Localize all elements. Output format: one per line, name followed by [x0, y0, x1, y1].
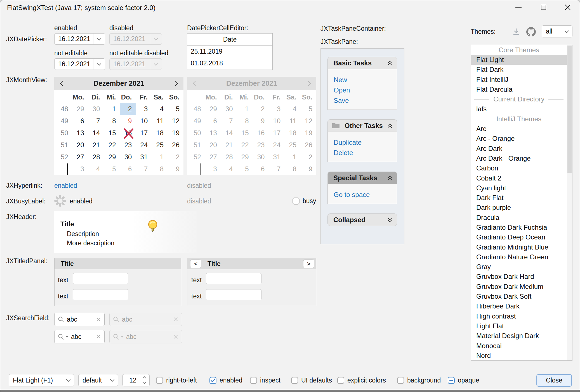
day-cell[interactable]: 29 — [104, 151, 120, 163]
checkbox-row-opaque[interactable]: opaque — [448, 377, 479, 384]
theme-item-arc-dark[interactable]: Arc Dark — [471, 144, 567, 153]
checkbox-row-inspect[interactable]: inspect — [250, 377, 280, 384]
searchfield[interactable]: abc — [54, 313, 105, 326]
theme-item-light-flat[interactable]: Light Flat — [471, 321, 567, 331]
checkbox-unchecked[interactable] — [250, 377, 257, 384]
day-cell[interactable]: 15 — [104, 127, 120, 139]
github-icon[interactable] — [526, 27, 536, 37]
day-cell[interactable]: 2 — [120, 103, 136, 115]
checkbox-unchecked[interactable] — [291, 377, 298, 384]
day-cell[interactable]: 14 — [88, 127, 104, 139]
theme-item-material-design-dark[interactable]: Material Design Dark — [471, 331, 567, 341]
day-cell[interactable]: 30 — [120, 151, 136, 163]
datepicker-enabled-dropdown-button[interactable] — [93, 34, 105, 44]
taskpane-action-delete[interactable]: Delete — [334, 148, 397, 158]
day-cell[interactable]: 3 — [72, 163, 88, 175]
theme-item-gradianto-deep-ocean[interactable]: Gradianto Deep Ocean — [471, 232, 567, 242]
theme-item-arc[interactable]: Arc — [471, 124, 567, 134]
day-cell[interactable]: 7 — [136, 163, 152, 175]
datepicker-enabled[interactable]: 16.12.2021 — [54, 33, 105, 45]
maximize-button[interactable] — [534, 0, 552, 14]
day-cell[interactable]: 9 — [120, 115, 136, 127]
day-cell[interactable]: 8 — [152, 163, 168, 175]
day-cell[interactable]: 11 — [152, 115, 168, 127]
checkbox-unchecked[interactable] — [397, 377, 404, 384]
day-cell[interactable]: 4 — [152, 103, 168, 115]
day-cell[interactable]: 18 — [152, 127, 168, 139]
day-cell[interactable]: 22 — [104, 139, 120, 151]
theme-item-flat-light[interactable]: Flat Light — [471, 55, 567, 65]
day-cell[interactable]: 24 — [136, 139, 152, 151]
day-cell[interactable]: 9 — [168, 163, 183, 175]
font-size-spinner[interactable]: 12 — [122, 374, 150, 386]
titledpanel-right-field2-input[interactable] — [206, 289, 261, 300]
day-cell[interactable]: 29 — [72, 103, 88, 115]
day-cell[interactable]: 21 — [88, 139, 104, 151]
checkbox-row-background[interactable]: background — [397, 377, 441, 384]
theme-item-arc-dark-orange[interactable]: Arc Dark - Orange — [471, 153, 567, 163]
cell-editor-column-header[interactable]: Date — [187, 34, 272, 46]
theme-item-high-contrast[interactable]: High contrast — [471, 311, 567, 321]
day-cell[interactable]: 25 — [152, 139, 168, 151]
checkbox-row-explicit-colors[interactable]: explicit colors — [337, 377, 386, 384]
theme-item-dracula[interactable]: Dracula — [471, 213, 567, 222]
titledpanel-left-field2-input[interactable] — [73, 289, 128, 300]
clear-icon[interactable] — [96, 334, 101, 339]
minimize-button[interactable] — [510, 0, 527, 14]
day-cell[interactable]: 4 — [88, 163, 104, 175]
theme-item-flat-darcula[interactable]: Flat Darcula — [471, 84, 567, 94]
searchfield-with-menu[interactable]: abc — [54, 330, 105, 343]
datepicker-noteditable[interactable]: 16.12.2021 — [54, 58, 105, 70]
taskpane-header[interactable]: Other Tasks — [327, 119, 397, 132]
theme-item-carbon[interactable]: Carbon — [471, 163, 567, 173]
day-cell[interactable]: 5 — [104, 163, 120, 175]
next-month-button[interactable] — [169, 77, 182, 90]
search-icon[interactable] — [58, 333, 64, 340]
laf-combobox[interactable]: Flat Light (F1) — [9, 374, 74, 386]
theme-item-gruvbox-dark-hard[interactable]: Gruvbox Dark Hard — [471, 272, 567, 282]
day-cell[interactable]: 20 — [72, 139, 88, 151]
themes-scrollbar-thumb[interactable] — [567, 46, 572, 173]
datepicker-noteditable-dropdown-button[interactable] — [93, 59, 105, 70]
style-combobox[interactable]: default — [78, 374, 118, 386]
theme-item-dark-flat[interactable]: Dark Flat — [471, 193, 567, 203]
theme-item-cyan-light[interactable]: Cyan light — [471, 183, 567, 193]
checkbox-row-right-to-left[interactable]: right-to-left — [156, 377, 197, 384]
titledpanel-prev-button[interactable]: < — [190, 259, 201, 268]
day-cell[interactable]: 31 — [136, 151, 152, 163]
day-cell[interactable]: 6 — [120, 163, 136, 175]
taskpane-header[interactable]: Special Tasks — [327, 172, 397, 184]
cell-editor-row[interactable]: 01.02.2018 — [187, 57, 272, 69]
theme-item-hiberbee-dark[interactable]: Hiberbee Dark — [471, 301, 567, 311]
theme-item-gradianto-midnight-blue[interactable]: Gradianto Midnight Blue — [471, 242, 567, 252]
day-cell[interactable]: 2 — [168, 151, 183, 163]
day-cell[interactable]: 6 — [72, 115, 88, 127]
spinner-buttons[interactable] — [139, 374, 149, 386]
day-cell[interactable]: 23 — [120, 139, 136, 151]
checkbox-checked[interactable] — [209, 377, 216, 384]
checkbox-indeterminate[interactable] — [448, 377, 455, 384]
themes-filter-combobox[interactable]: all — [542, 25, 572, 37]
day-cell[interactable]: 7 — [88, 115, 104, 127]
close-window-button[interactable] — [559, 0, 577, 14]
taskpane-header[interactable]: Basic Tasks — [327, 57, 397, 69]
close-button[interactable]: Close — [536, 374, 572, 387]
day-cell[interactable]: 16 — [120, 127, 136, 139]
theme-item-dark-purple[interactable]: Dark purple — [471, 203, 567, 213]
cell-editor-table[interactable]: Date 25.11.201901.02.2018 — [187, 33, 273, 70]
day-cell[interactable]: 10 — [136, 115, 152, 127]
day-cell[interactable]: 27 — [72, 151, 88, 163]
theme-item-gruvbox-dark-soft[interactable]: Gruvbox Dark Soft — [471, 291, 567, 301]
theme-item-gray[interactable]: Gray — [471, 262, 567, 272]
themes-list[interactable]: Core ThemesFlat LightFlat DarkFlat Intel… — [471, 45, 572, 361]
checkbox-row-enabled[interactable]: enabled — [209, 377, 242, 384]
theme-item-gruvbox-dark-medium[interactable]: Gruvbox Dark Medium — [471, 282, 567, 291]
download-icon[interactable] — [512, 28, 520, 36]
day-cell[interactable]: 5 — [168, 103, 183, 115]
day-cell[interactable]: 30 — [88, 103, 104, 115]
taskpane-action-duplicate[interactable]: Duplicate — [334, 137, 397, 148]
theme-item-monocai[interactable]: Monocai — [471, 341, 567, 351]
day-cell[interactable]: 26 — [168, 139, 183, 151]
theme-item-gradianto-dark-fuchsia[interactable]: Gradianto Dark Fuchsia — [471, 222, 567, 232]
checkbox-unchecked[interactable] — [156, 377, 163, 384]
